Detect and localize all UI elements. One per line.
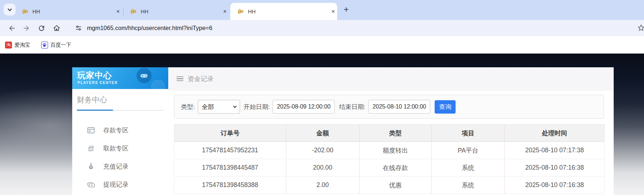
sidebar-title: 玩家中心 — [77, 70, 112, 81]
filter-bar: 类型: 全部 开始日期: 结束日期: 查询 — [174, 95, 604, 119]
type-label: 类型: — [181, 103, 195, 111]
tab-title: HH — [248, 9, 256, 14]
table-row: 1754781398458388 2.00 优惠 系统 2025-08-10 0… — [174, 177, 605, 194]
cell-amount: -202.00 — [286, 142, 359, 159]
tab-3-active[interactable]: HH × — [230, 3, 337, 20]
cell-amount: 200.00 — [286, 159, 359, 177]
withdrawal-record-icon — [87, 180, 95, 189]
url-text[interactable]: mgm1065.com/hhcp/usercenter.html?iniType… — [87, 25, 212, 31]
withdraw-icon — [87, 144, 95, 153]
tab-title: HH — [32, 9, 40, 14]
section-underline — [77, 110, 164, 111]
address-toolbar: mgm1065.com/hhcp/usercenter.html?iniType… — [0, 20, 644, 36]
recharge-record-icon: ¥ — [87, 162, 95, 171]
table-header-row: 订单号 金额 类型 项目 处理时间 — [174, 124, 605, 142]
column-amount: 金额 — [286, 124, 359, 142]
tab-close-icon[interactable]: × — [329, 8, 337, 14]
sidebar-item-label: 取款专区 — [103, 144, 129, 153]
tab-1[interactable]: HH × — [17, 3, 122, 20]
sidebar-item-label: 提现记录 — [103, 180, 129, 189]
column-order-id: 订单号 — [174, 124, 286, 142]
start-date-label: 开始日期: — [244, 103, 270, 111]
sidebar-item-withdrawal-record[interactable]: 提现记录 — [72, 177, 168, 192]
hamburger-icon — [177, 75, 183, 82]
chevron-down-icon — [233, 104, 236, 108]
sidebar-item-label: 存款专区 — [103, 126, 129, 135]
sidebar-body: 财务中心 存款专区 取款专区 — [72, 89, 168, 195]
table-row: 1754781457952231 -202.00 额度转出 PA平台 2025-… — [174, 142, 605, 159]
bookmark-label: 百度一下 — [51, 42, 71, 48]
gamepad-icon — [136, 68, 152, 83]
browser-window: HH × HH × HH × — [0, 0, 644, 195]
cell-order-id: 1754781457952231 — [174, 142, 286, 159]
cell-project: 系统 — [431, 177, 505, 194]
tab-close-icon[interactable]: × — [114, 8, 122, 14]
type-select-value: 全部 — [202, 103, 214, 111]
page-title: 资金记录 — [188, 75, 214, 83]
content-header: 资金记录 — [168, 67, 614, 90]
cell-type: 在线存款 — [359, 159, 431, 177]
cell-project: 系统 — [431, 159, 505, 177]
tab-divider — [123, 7, 123, 15]
sidebar-subtitle: PLAYERS CENTER — [78, 81, 118, 85]
bookmark-label: 爱淘宝 — [14, 42, 30, 48]
cell-type: 额度转出 — [359, 142, 431, 159]
tab-bar: HH × HH × HH × — [0, 0, 644, 20]
bookmarks-bar: 淘 爱淘宝 百度一下 — [0, 36, 644, 54]
type-select[interactable]: 全部 — [198, 100, 240, 114]
hh-gold-favicon — [22, 8, 29, 15]
cell-project: PA平台 — [431, 142, 505, 159]
svg-text:¥: ¥ — [90, 166, 92, 169]
end-date-input[interactable] — [368, 100, 430, 114]
cell-process-time: 2025-08-10 07:17:38 — [505, 142, 605, 159]
cell-order-id: 1754781398445487 — [174, 159, 286, 177]
tab-close-icon[interactable]: × — [221, 8, 229, 14]
baidu-paw-icon — [41, 42, 48, 48]
hh-gold-favicon — [237, 8, 244, 15]
end-date-label: 结束日期: — [339, 103, 365, 111]
cell-type: 优惠 — [359, 177, 431, 194]
cell-process-time: 2025-08-10 07:16:38 — [505, 159, 605, 177]
usercenter-panel: 玩家中心 PLAYERS CENTER 财务中心 — [72, 67, 614, 195]
funds-table: 订单号 金额 类型 项目 处理时间 1754781457952231 -202.… — [174, 124, 605, 194]
main-content: 资金记录 类型: 全部 开始日期: 结束日期: 查询 订单号 — [168, 67, 614, 195]
forward-icon[interactable] — [22, 24, 30, 32]
column-type: 类型 — [359, 124, 431, 142]
taobao-icon: 淘 — [5, 42, 12, 48]
column-project: 项目 — [431, 124, 505, 142]
deposit-icon — [87, 126, 95, 135]
players-center-header: 玩家中心 PLAYERS CENTER — [72, 67, 168, 89]
cell-amount: 2.00 — [286, 177, 359, 194]
bookmark-taobao[interactable]: 淘 爱淘宝 — [5, 42, 30, 48]
sidebar-item-deposit[interactable]: 存款专区 — [72, 122, 168, 138]
site-settings-tune-icon[interactable] — [75, 25, 82, 31]
cell-order-id: 1754781398458388 — [174, 177, 286, 194]
tab-title: HH — [141, 9, 148, 14]
cell-process-time: 2025-08-10 07:16:38 — [505, 177, 605, 194]
sidebar: 玩家中心 PLAYERS CENTER 财务中心 — [72, 67, 168, 195]
search-button[interactable]: 查询 — [435, 100, 456, 114]
back-icon[interactable] — [8, 24, 16, 32]
home-icon[interactable] — [53, 24, 61, 32]
start-date-input[interactable] — [273, 100, 335, 114]
sidebar-item-recharge-record[interactable]: ¥ 充值记录 — [72, 158, 168, 174]
bookmark-baidu[interactable]: 百度一下 — [41, 42, 71, 48]
column-process-time: 处理时间 — [505, 124, 605, 142]
hh-gold-favicon — [130, 8, 137, 15]
finance-section-title: 财务中心 — [77, 95, 107, 105]
tab-2[interactable]: HH × — [127, 3, 229, 20]
reload-icon[interactable] — [38, 24, 45, 32]
bookmark-star-icon[interactable] — [637, 24, 644, 32]
table-row: 1754781398445487 200.00 在线存款 系统 2025-08-… — [174, 159, 605, 177]
tab-search-button[interactable] — [4, 4, 16, 16]
decor-circle — [151, 80, 165, 89]
new-tab-button[interactable]: + — [344, 5, 349, 14]
sidebar-item-withdraw[interactable]: 取款专区 — [72, 140, 168, 156]
chevron-down-icon — [8, 7, 12, 11]
sidebar-item-label: 充值记录 — [103, 162, 129, 171]
